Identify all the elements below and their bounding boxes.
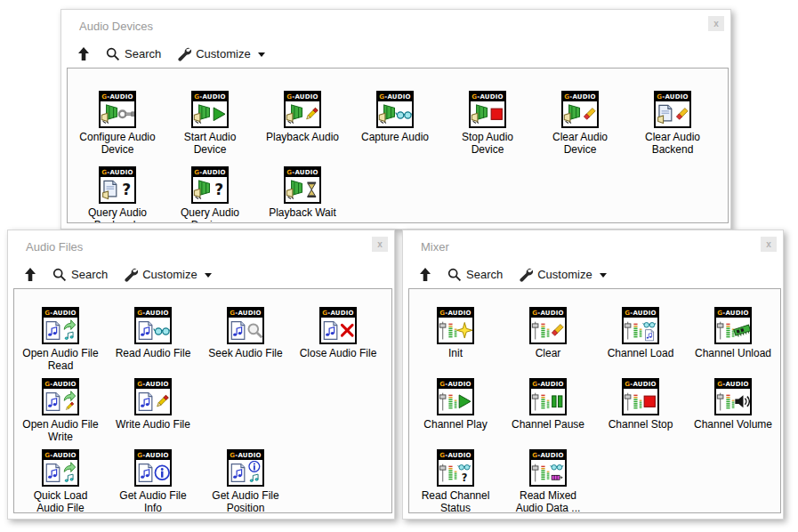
palette-item-channel-stop[interactable]: G-AUDIOChannel Stop	[594, 360, 687, 431]
g-audio-icon: G-AUDIO?	[437, 449, 474, 487]
palette-item-query-audio-backends[interactable]: G-AUDIO?Query Audio Backends	[71, 144, 164, 223]
g-audio-icon: G-AUDIO?	[191, 166, 229, 204]
speaker-glyph	[194, 181, 209, 198]
g-audio-banner: G-AUDIO	[136, 451, 170, 461]
g-audio-banner: G-AUDIO	[656, 93, 689, 102]
palette-item-clear-audio-device[interactable]: G-AUDIOClear Audio Device	[534, 69, 626, 156]
g-audio-icon: G-AUDIO	[99, 91, 136, 128]
docspeaker-glyph	[103, 181, 117, 198]
palette-item-channel-pause[interactable]: G-AUDIOChannel Pause	[502, 360, 594, 431]
palette-item-label: Channel Load	[608, 347, 674, 359]
customize-button[interactable]: Customize	[124, 268, 211, 282]
palette-item-read-channel-status[interactable]: G-AUDIO?Read Channel Status	[409, 431, 502, 513]
palette-item-label: Channel Volume	[694, 418, 772, 431]
glasses-glyph	[551, 465, 563, 471]
search-label: Search	[71, 268, 108, 281]
palette-item-init[interactable]: G-AUDIOInit	[409, 289, 502, 360]
svg-text:?: ?	[122, 181, 131, 198]
palette-row: G-AUDIOOpen Audio File ReadG-AUDIORead A…	[14, 289, 391, 360]
palette-item-channel-volume[interactable]: G-AUDIOChannel Volume	[687, 360, 779, 431]
palette-window-audio-files: Audio Files x Search Customize G-AUDIOOp…	[7, 230, 395, 520]
palette-item-channel-load[interactable]: G-AUDIOChannel Load	[594, 289, 687, 360]
search-icon	[52, 268, 67, 282]
file-glyph	[46, 322, 60, 340]
palette-item-get-audio-file-position[interactable]: G-AUDIOGet Audio File Position	[199, 431, 292, 513]
palette-item-stop-audio-device[interactable]: G-AUDIOStop Audio Device	[441, 69, 534, 156]
palette-item-channel-play[interactable]: G-AUDIOChannel Play	[409, 360, 502, 431]
g-audio-banner: G-AUDIO	[101, 168, 134, 178]
g-audio-banner: G-AUDIO	[44, 309, 77, 318]
palette-item-seek-audio-file[interactable]: G-AUDIOSeek Audio File	[199, 289, 292, 372]
palette-item-clear[interactable]: G-AUDIOClear	[502, 289, 594, 360]
g-audio-banner: G-AUDIO	[136, 380, 170, 390]
wrench-icon	[124, 268, 138, 282]
up-arrow-icon	[419, 268, 431, 282]
window-title: Audio Files	[26, 240, 83, 254]
palette-item-configure-audio-device[interactable]: G-AUDIOConfigure Audio Device	[71, 69, 164, 156]
file-glyph	[324, 322, 337, 340]
info-glyph	[249, 461, 260, 472]
palette-item-query-audio-devices[interactable]: G-AUDIO?Query Audio Devices	[164, 144, 256, 223]
palette-item-close-audio-file[interactable]: G-AUDIOClose Audio File	[292, 289, 384, 372]
palette-item-label: Seek Audio File	[208, 347, 282, 359]
chevron-down-icon	[258, 52, 265, 57]
notes-glyph	[65, 474, 73, 481]
g-audio-icon: G-AUDIO	[134, 378, 172, 415]
mixer-glyph	[532, 322, 549, 340]
palette-item-start-audio-device[interactable]: G-AUDIOStart Audio Device	[164, 69, 256, 156]
palette-window-mixer: Mixer x Search Customize G-AUDIOInitG-AU…	[402, 230, 784, 520]
titlebar[interactable]: Mixer x	[403, 230, 783, 262]
glasses-glyph	[154, 328, 170, 335]
wrench-icon	[519, 268, 533, 282]
g-audio-banner: G-AUDIO	[439, 451, 472, 461]
customize-label: Customize	[142, 268, 197, 281]
palette-item-capture-audio[interactable]: G-AUDIOCapture Audio	[349, 69, 441, 156]
file-glyph	[46, 464, 60, 482]
palette-item-playback-wait[interactable]: G-AUDIOPlayback Wait	[256, 144, 349, 223]
titlebar[interactable]: Audio Devices x	[61, 10, 730, 42]
up-one-level-button[interactable]	[24, 268, 36, 282]
customize-button[interactable]: Customize	[519, 268, 606, 282]
palette-item-clear-audio-backend[interactable]: G-AUDIOClear Audio Backend	[626, 69, 719, 156]
palette-item-read-mixed-audio-data[interactable]: G-AUDIORead Mixed Audio Data ...	[502, 431, 594, 513]
info-glyph	[155, 465, 169, 480]
chevron-down-icon	[205, 273, 212, 278]
up-one-level-button[interactable]	[419, 268, 431, 282]
g-audio-banner: G-AUDIO	[624, 309, 657, 318]
search-button[interactable]: Search	[52, 268, 108, 282]
g-audio-banner: G-AUDIO	[44, 451, 77, 461]
g-audio-icon: G-AUDIO	[191, 91, 229, 128]
close-button[interactable]: x	[761, 237, 777, 252]
window-title: Mixer	[421, 240, 449, 254]
search-button[interactable]: Search	[106, 47, 161, 61]
close-button[interactable]: x	[708, 16, 724, 31]
g-audio-icon: G-AUDIO	[42, 378, 79, 415]
question-glyph: ?	[462, 472, 468, 484]
search-button[interactable]: Search	[447, 268, 503, 282]
g-audio-banner: G-AUDIO	[624, 380, 657, 390]
g-audio-banner: G-AUDIO	[101, 93, 134, 102]
g-audio-banner: G-AUDIO	[531, 309, 565, 318]
palette-item-label: Playback Audio	[266, 131, 339, 143]
g-audio-banner: G-AUDIO	[471, 93, 504, 102]
customize-label: Customize	[196, 47, 250, 60]
palette-item-playback-audio[interactable]: G-AUDIOPlayback Audio	[256, 69, 349, 156]
g-audio-banner: G-AUDIO	[193, 93, 227, 102]
titlebar[interactable]: Audio Files x	[8, 230, 394, 262]
g-audio-banner: G-AUDIO	[229, 309, 262, 318]
g-audio-banner: G-AUDIO	[136, 309, 170, 318]
notes-glyph	[250, 474, 258, 481]
stop-glyph	[644, 396, 655, 407]
hourglass-glyph	[307, 182, 316, 197]
file-glyph	[139, 322, 152, 340]
g-audio-icon: G-AUDIO	[134, 449, 172, 487]
palette-content: G-AUDIOOpen Audio File ReadG-AUDIORead A…	[13, 288, 392, 513]
customize-button[interactable]: Customize	[177, 47, 264, 61]
palette-item-quick-load-audio-file[interactable]: G-AUDIOQuick Load Audio File	[14, 431, 107, 513]
palette-item-get-audio-file-info[interactable]: G-AUDIOGet Audio File Info	[107, 431, 199, 513]
close-button[interactable]: x	[372, 237, 388, 252]
up-one-level-button[interactable]	[77, 47, 90, 61]
palette-item-label: Clear Audio Device	[539, 131, 621, 156]
star-glyph	[456, 322, 472, 338]
palette-item-channel-unload[interactable]: G-AUDIOChannel Unload	[687, 289, 779, 360]
